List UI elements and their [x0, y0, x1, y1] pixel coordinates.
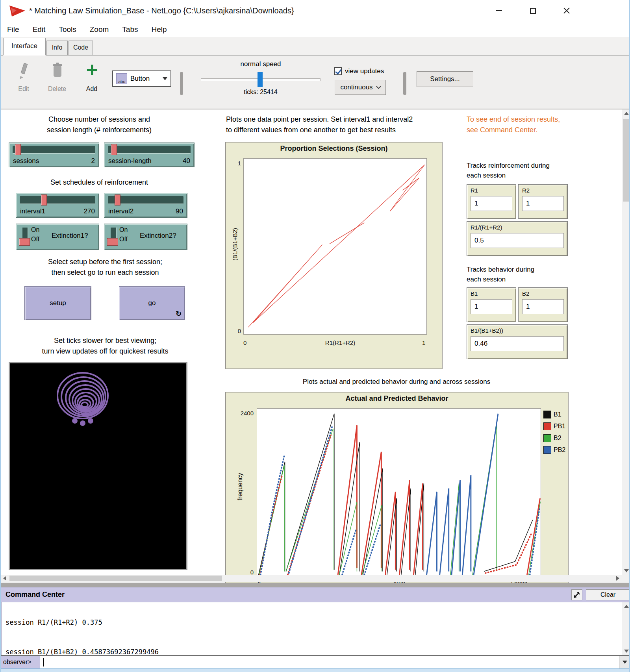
command-center-splitter[interactable]	[1, 583, 630, 587]
scroll-right-button[interactable]	[614, 575, 622, 582]
slider-handle[interactable]	[115, 194, 120, 205]
slider-handle[interactable]	[111, 144, 117, 155]
close-button[interactable]	[558, 4, 576, 17]
monitor-r1-ratio: R1/(R1+R2) 0.5	[467, 221, 568, 256]
scroll-down-button[interactable]	[622, 567, 630, 575]
legend-label: B2	[554, 435, 561, 442]
legend-swatch	[543, 434, 551, 442]
monitor-value: 0.46	[471, 336, 564, 351]
netlogo-window: * Matching Law Simulation_Base - NetLogo…	[0, 0, 630, 672]
command-input[interactable]	[41, 656, 619, 668]
close-icon	[563, 7, 570, 14]
update-mode-dropdown[interactable]: continuous	[335, 80, 386, 95]
legend-swatch	[543, 446, 551, 454]
switch-handle[interactable]	[107, 238, 118, 246]
proportion-plot: Proportion Selections (Session) 1 0 (B1/…	[225, 142, 443, 369]
scrollbar-thumb[interactable]	[9, 576, 222, 581]
main-vertical-scrollbar[interactable]	[622, 109, 630, 575]
slider-value: 90	[176, 207, 183, 215]
button-widget-icon: abc	[116, 73, 127, 84]
view-updates-checkbox[interactable]	[334, 67, 342, 75]
settings-button[interactable]: Settings...	[417, 71, 473, 87]
switch-extinction1[interactable]: On Off Extinction1?	[16, 224, 99, 250]
setup-button[interactable]: setup	[24, 286, 91, 320]
delete-trash-icon[interactable]	[51, 62, 63, 80]
switch-off-label: Off	[119, 236, 128, 243]
maximize-button[interactable]	[524, 4, 542, 17]
speed-slider-handle[interactable]	[258, 72, 263, 87]
expand-icon	[573, 591, 580, 598]
turtle-swirl	[10, 363, 186, 569]
history-dropdown-button[interactable]	[619, 656, 630, 668]
tab-interface[interactable]: Interface	[3, 38, 46, 56]
note-command-center: To see end of session results, see Comma…	[467, 114, 577, 135]
dropdown-arrow-icon	[623, 661, 627, 664]
monitor-value: 1	[522, 196, 564, 211]
menu-tools[interactable]: Tools	[59, 25, 76, 34]
switch-extinction2[interactable]: On Off Extinction2?	[104, 224, 187, 250]
go-button[interactable]: go ↻	[119, 286, 185, 320]
monitor-label: R1/(R1+R2)	[471, 224, 502, 231]
y-axis-label: (B1/(B1+B2)	[232, 225, 238, 264]
output-line: session B1/(B1+B2) 0.45873692367299496	[6, 647, 622, 655]
menu-zoom[interactable]: Zoom	[90, 25, 109, 34]
behavior-plot: Actual and Predicted Behavior 2400 0 fre…	[225, 392, 569, 587]
command-center-scrollbar[interactable]	[622, 602, 630, 655]
slider-name: sessions	[13, 157, 39, 165]
tab-code[interactable]: Code	[69, 41, 93, 56]
legend-swatch	[543, 422, 551, 430]
slider-handle[interactable]	[15, 144, 21, 155]
switch-name: Extinction1?	[52, 232, 88, 240]
plot-canvas	[243, 158, 427, 335]
slider-interval1[interactable]: interval1270	[16, 193, 99, 218]
minimize-icon	[496, 10, 502, 11]
monitor-r2: R2 1	[518, 184, 568, 219]
expand-command-center-button[interactable]	[571, 589, 582, 600]
switch-name: Extinction2?	[140, 232, 176, 240]
note-setup-go: Select setup before the first session; t…	[17, 257, 194, 278]
tab-bar: Interface Info Code	[1, 37, 630, 56]
menu-edit[interactable]: Edit	[33, 25, 46, 34]
slider-sessions[interactable]: sessions2	[9, 143, 99, 167]
slider-name: interval2	[108, 207, 133, 215]
world-view[interactable]	[9, 362, 187, 570]
command-center-output[interactable]: session R1/(R1+R2) 0.375 session B1/(B1+…	[1, 602, 622, 655]
menu-file[interactable]: File	[7, 25, 19, 34]
output-line: session R1/(R1+R2) 0.375	[6, 618, 622, 628]
scroll-left-button[interactable]	[1, 575, 9, 582]
edit-pencil-icon[interactable]	[17, 62, 29, 80]
scroll-down-button[interactable]	[622, 647, 630, 655]
slider-interval2[interactable]: interval290	[104, 193, 187, 218]
y-axis-label: frequency	[237, 467, 244, 506]
minimize-button[interactable]	[490, 4, 508, 17]
menu-tabs[interactable]: Tabs	[122, 25, 138, 34]
plot-canvas	[257, 408, 541, 575]
slider-handle[interactable]	[41, 194, 47, 205]
toolbar-separator-2	[403, 72, 406, 95]
clear-button[interactable]: Clear	[586, 589, 630, 600]
menu-help[interactable]: Help	[151, 25, 167, 34]
edit-button-label[interactable]: Edit	[13, 85, 35, 93]
add-button-label[interactable]: Add	[82, 85, 102, 93]
delete-button-label[interactable]: Delete	[44, 85, 70, 93]
switch-handle[interactable]	[19, 238, 30, 246]
maximize-icon	[530, 8, 536, 14]
speed-slider-label: normal speed	[221, 60, 300, 68]
tab-info[interactable]: Info	[46, 41, 68, 56]
legend-item-b1: B1	[543, 411, 561, 418]
slider-session-length[interactable]: session-length40	[104, 143, 195, 167]
note-view-updates: Set ticks slower for best viewing; turn …	[17, 335, 194, 357]
legend-swatch	[543, 411, 551, 418]
widget-type-dropdown[interactable]: abc Button	[112, 70, 171, 87]
scrollbar-thumb[interactable]	[623, 119, 630, 202]
main-horizontal-scrollbar[interactable]	[1, 575, 622, 582]
interface-toolbar: Edit Delete + Add abc Button normal spee…	[1, 56, 630, 109]
add-plus-icon[interactable]: +	[83, 58, 101, 81]
observer-prompt-label[interactable]: observer>	[1, 656, 40, 668]
monitor-label: B2	[522, 290, 529, 297]
note-tracks-behavior: Tracks behavior during each session	[467, 265, 577, 284]
monitor-r1: R1 1	[467, 184, 516, 219]
scroll-up-button[interactable]	[622, 602, 630, 610]
scroll-up-button[interactable]	[622, 109, 630, 117]
legend-item-b2: B2	[543, 434, 561, 442]
